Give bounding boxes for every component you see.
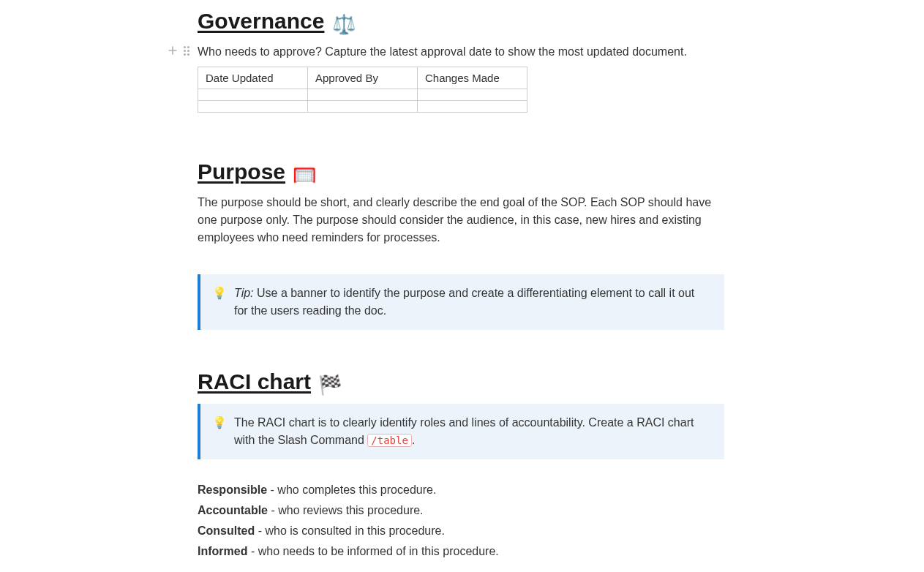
purpose-body[interactable]: The purpose should be short, and clearly… (198, 194, 724, 247)
table-cell[interactable] (198, 101, 308, 113)
purpose-heading-line: Purpose 🥅 (198, 159, 724, 187)
raci-definitions: Responsible - who completes this procedu… (198, 481, 724, 560)
checkered-flag-icon: 🏁 (318, 374, 342, 396)
callout-text-after: . (412, 434, 415, 446)
governance-table[interactable]: Date Updated Approved By Changes Made (198, 67, 527, 113)
raci-term: Consulted (198, 524, 255, 537)
raci-desc: - who completes this procedure. (267, 483, 436, 496)
governance-intro[interactable]: Who needs to approve? Capture the latest… (198, 43, 724, 61)
raci-term: Accountable (198, 504, 268, 516)
raci-item-consulted[interactable]: Consulted - who is consulted in this pro… (198, 522, 724, 540)
document-body: Governance ⚖️ Who needs to approve? Capt… (198, 0, 724, 572)
raci-heading-line: RACI chart 🏁 (198, 369, 724, 396)
governance-intro-block: Who needs to approve? Capture the latest… (198, 43, 724, 61)
drag-handle[interactable] (181, 45, 192, 56)
block-handles (167, 45, 192, 56)
table-cell[interactable] (418, 89, 527, 101)
raci-item-accountable[interactable]: Accountable - who reviews this procedure… (198, 502, 724, 519)
slash-command-code: /table (367, 434, 412, 447)
raci-desc: - who is consulted in this procedure. (255, 524, 445, 537)
table-row (198, 101, 527, 113)
table-cell[interactable] (308, 89, 418, 101)
add-block-button[interactable] (167, 45, 179, 56)
table-cell[interactable] (308, 101, 418, 113)
table-row (198, 89, 527, 101)
table-header-changes[interactable]: Changes Made (418, 67, 527, 89)
purpose-callout[interactable]: 💡 Tip: Use a banner to identify the purp… (198, 274, 724, 330)
table-header-date[interactable]: Date Updated (198, 67, 308, 89)
governance-heading[interactable]: Governance (198, 9, 324, 33)
raci-item-informed[interactable]: Informed - who needs to be informed of i… (198, 543, 724, 560)
governance-heading-line: Governance ⚖️ (198, 9, 724, 36)
lightbulb-icon: 💡 (212, 414, 227, 449)
lightbulb-icon: 💡 (212, 285, 227, 320)
raci-heading[interactable]: RACI chart (198, 369, 311, 394)
table-header-approved[interactable]: Approved By (308, 67, 418, 89)
callout-body: Tip: Use a banner to identify the purpos… (234, 285, 711, 320)
raci-desc: - who needs to be informed of in this pr… (247, 545, 498, 557)
tip-label: Tip: (234, 287, 254, 299)
balance-scale-icon: ⚖️ (332, 13, 356, 36)
raci-term: Informed (198, 545, 247, 557)
goal-net-icon: 🥅 (293, 164, 316, 187)
callout-text-before: The RACI chart is to clearly identify ro… (234, 416, 694, 446)
callout-body: The RACI chart is to clearly identify ro… (234, 414, 711, 449)
raci-callout[interactable]: 💡 The RACI chart is to clearly identify … (198, 404, 724, 459)
raci-item-responsible[interactable]: Responsible - who completes this procedu… (198, 481, 724, 499)
table-cell[interactable] (198, 89, 308, 101)
raci-term: Responsible (198, 483, 267, 496)
table-header-row: Date Updated Approved By Changes Made (198, 67, 527, 89)
table-cell[interactable] (418, 101, 527, 113)
raci-desc: - who reviews this procedure. (268, 504, 424, 516)
purpose-heading[interactable]: Purpose (198, 159, 285, 184)
callout-text: Use a banner to identify the purpose and… (234, 287, 694, 317)
